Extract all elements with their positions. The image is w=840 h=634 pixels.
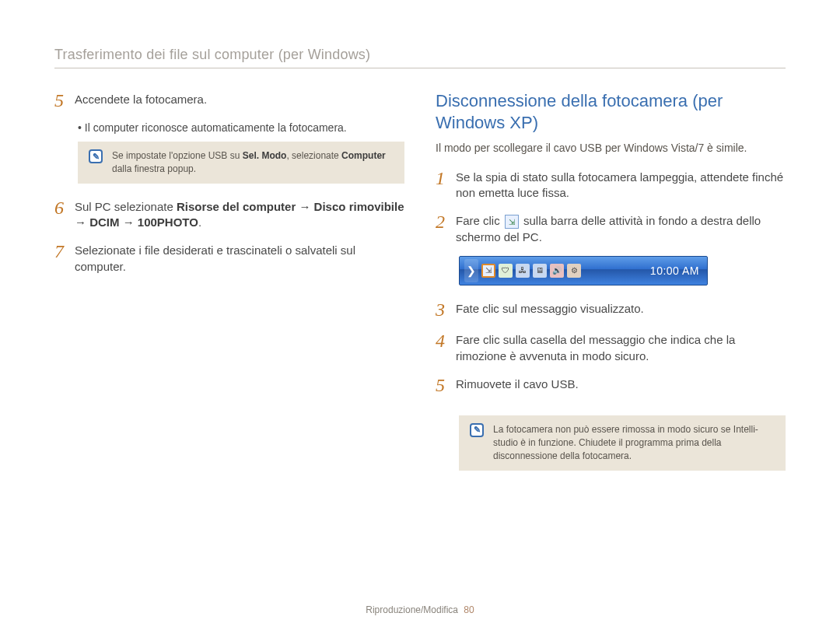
note-text: Se impostate l'opzione USB su Sel. Modo,… [112, 149, 394, 176]
section-subtitle: Il modo per scollegare il cavo USB per W… [436, 141, 786, 156]
step-6: 6 Sul PC selezionate Risorse del compute… [54, 198, 404, 231]
right-step-2: 2 Fare clic ⇲ sulla barra delle attività… [436, 212, 786, 245]
step-text: Selezionate i file desiderati e trascina… [75, 241, 404, 275]
right-step-4: 4 Fare clic sulla casella del messaggio … [436, 331, 786, 364]
safely-remove-icon: ⇲ [505, 215, 519, 229]
right-step-1: 1 Se la spia di stato sulla fotocamera l… [436, 168, 786, 201]
misc-tray-icon: ⚙ [567, 264, 581, 278]
shield-tray-icon: 🛡 [499, 264, 513, 278]
note-usb-option: ✎ Se impostate l'opzione USB su Sel. Mod… [78, 142, 404, 184]
step-number: 5 [436, 375, 456, 395]
step-text: Se la spia di stato sulla fotocamera lam… [456, 168, 786, 201]
step-text: Fate clic sul messaggio visualizzato. [456, 299, 644, 320]
step-number: 3 [436, 299, 456, 320]
volume-tray-icon: 🔊 [550, 264, 564, 278]
note-icon: ✎ [470, 423, 484, 437]
page-header: Trasferimento dei file sul computer (per… [54, 47, 786, 68]
page-footer: Riproduzione/Modifica 80 [0, 604, 840, 615]
right-column: Disconnessione della fotocamera (per Win… [436, 90, 786, 485]
note-text-part: Se impostate l'opzione USB su [112, 150, 243, 161]
right-step-3: 3 Fate clic sul messaggio visualizzato. [436, 299, 786, 320]
content-columns: 5 Accendete la fotocamera. Il computer r… [54, 90, 786, 485]
step-number: 7 [54, 241, 75, 275]
right-step-5: 5 Rimuovete il cavo USB. [436, 375, 786, 395]
step-text: Fare clic sulla casella del messaggio ch… [456, 331, 786, 364]
tray-expand-icon: ❯ [464, 259, 478, 282]
note-bold-selmodo: Sel. Modo [243, 150, 287, 161]
note-text: La fotocamera non può essere rimossa in … [493, 423, 775, 462]
note-bold-computer: Computer [341, 150, 386, 161]
system-tray: ❯ ⇲ 🛡 🖧 🖥 🔊 ⚙ [464, 259, 581, 282]
step-7: 7 Selezionate i file desiderati e trasci… [54, 241, 404, 275]
step-text: Rimuovete il cavo USB. [456, 375, 579, 395]
step-number: 2 [436, 212, 456, 245]
safely-remove-tray-icon: ⇲ [481, 264, 495, 278]
footer-page-number: 80 [464, 604, 474, 615]
section-title: Disconnessione della fotocamera (per Win… [436, 90, 786, 133]
step-5: 5 Accendete la fotocamera. [54, 90, 404, 110]
step-text-part: . [198, 215, 201, 229]
step-text-part: Sul PC selezionate [75, 200, 177, 213]
step-number: 5 [54, 90, 75, 110]
left-column: 5 Accendete la fotocamera. Il computer r… [54, 90, 404, 485]
note-text-part: dalla finestra popup. [112, 163, 196, 174]
taskbar-clock: 10:00 AM [650, 264, 699, 277]
network-tray-icon: 🖧 [516, 264, 530, 278]
footer-section: Riproduzione/Modifica [366, 604, 458, 615]
note-text-part: , selezionate [286, 150, 341, 161]
step-number: 4 [436, 331, 456, 364]
step-text: Sul PC selezionate Risorse del computer … [75, 198, 404, 231]
taskbar-screenshot: ❯ ⇲ 🛡 🖧 🖥 🔊 ⚙ 10:00 AM [459, 256, 708, 285]
step-text: Accendete la fotocamera. [75, 90, 207, 110]
note-icon: ✎ [89, 149, 103, 163]
bullet-auto-recognize: Il computer riconosce automaticamente la… [78, 121, 404, 134]
note-intellistudio: ✎ La fotocamera non può essere rimossa i… [459, 415, 786, 470]
step-text: Fare clic ⇲ sulla barra delle attività i… [456, 212, 786, 245]
display-tray-icon: 🖥 [533, 264, 547, 278]
step-text-part: Fare clic [456, 214, 503, 227]
step-number: 1 [436, 168, 456, 201]
step-number: 6 [54, 198, 75, 231]
